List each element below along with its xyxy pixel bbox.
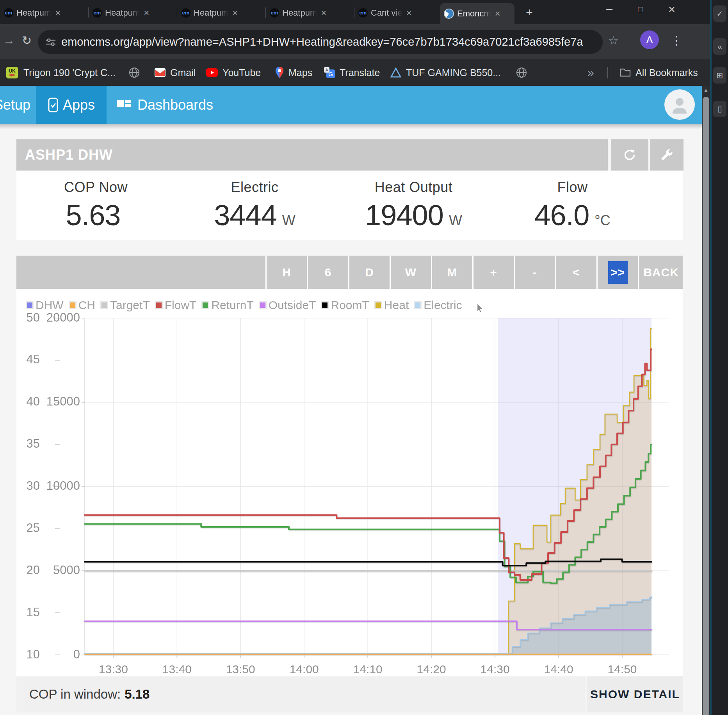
nav-dashboards[interactable]: Dashboards	[117, 86, 213, 124]
timebar-button-zoom-out[interactable]: -	[514, 256, 555, 289]
tab-close-icon[interactable]: ×	[144, 7, 149, 18]
legend-swatch	[155, 301, 163, 309]
legend-item-outsidet[interactable]: OutsideT	[259, 299, 316, 312]
side-check-icon[interactable]: ✓	[713, 5, 726, 22]
timebar-button-zoom-in[interactable]: +	[472, 256, 514, 289]
browser-tab[interactable]: em Cant vie ×	[354, 4, 440, 22]
stat-cop-now: COP Now 5.63	[16, 171, 175, 240]
bookmark-label: Gmail	[170, 67, 196, 78]
legend-item-flowt[interactable]: FlowT	[155, 299, 197, 312]
all-bookmarks-button[interactable]: All Bookmarks	[620, 59, 698, 86]
tab-close-icon[interactable]: ×	[495, 8, 500, 19]
browser-tab[interactable]: em Heatpum ×	[0, 4, 89, 22]
tab-close-icon[interactable]: ×	[232, 7, 238, 18]
forward-icon[interactable]: →	[3, 34, 15, 47]
bookmark-label: All Bookmarks	[635, 67, 698, 78]
refresh-button[interactable]	[611, 139, 648, 171]
side-window-icon[interactable]: ▯	[713, 101, 726, 117]
legend-item-ch[interactable]: CH	[69, 299, 95, 312]
stat-label: Flow	[557, 179, 587, 196]
tab-close-icon[interactable]: ×	[321, 7, 326, 18]
browser-menu-icon[interactable]: ⋮	[671, 34, 682, 47]
tab-close-icon[interactable]: ×	[55, 7, 61, 18]
bookmark-item[interactable]: TUF GAMING B550...	[390, 59, 501, 86]
legend-item-roomt[interactable]: RoomT	[321, 299, 369, 312]
stat-value: 3444	[214, 199, 277, 232]
legend-item-returnt[interactable]: ReturnT	[201, 299, 253, 312]
screen: em Heatpum × em Heatpum × em Heatpum × e…	[0, 0, 728, 715]
bookmark-item[interactable]: YouTube	[206, 59, 261, 86]
bookmarks-bar: UKaps Trigon 190 'Crypt C... Gmail YouTu…	[0, 59, 710, 86]
bookmark-item[interactable]: Maps	[275, 59, 312, 86]
stat-label: Electric	[231, 179, 278, 196]
legend-item-electric[interactable]: Electric	[414, 299, 462, 312]
browser-toolbar: → ↻ emoncms.org/app/view?name=ASHP1+DHW+…	[0, 24, 710, 59]
timebar-button-month[interactable]: M	[431, 256, 472, 289]
bookmark-item[interactable]: Gmail	[155, 59, 196, 86]
apps-icon	[48, 98, 58, 112]
window-close-button[interactable]: ×	[660, 0, 683, 19]
legend-swatch	[100, 301, 108, 309]
address-bar[interactable]: emoncms.org/app/view?name=ASHP1+DHW+Heat…	[38, 30, 603, 54]
timeseries-chart-canvas[interactable]	[16, 289, 683, 676]
scrollbar-thumb[interactable]	[703, 97, 709, 715]
url-text[interactable]: emoncms.org/app/view?name=ASHP1+DHW+Heat…	[61, 36, 583, 48]
configure-button[interactable]	[650, 139, 684, 171]
reload-icon[interactable]: ↻	[22, 34, 32, 47]
browser-tab[interactable]: em Heatpum ×	[177, 4, 266, 22]
browser-tab[interactable]: em Heatpum ×	[266, 4, 354, 22]
user-avatar[interactable]	[664, 89, 695, 120]
stat-value: 5.63	[66, 199, 120, 232]
tab-close-icon[interactable]: ×	[406, 7, 412, 18]
person-icon	[671, 96, 688, 114]
bookmark-label: Maps	[288, 67, 312, 78]
time-control-bar: H 6 D W M + - < >> BACK	[16, 256, 683, 289]
timebar-button-6h[interactable]: 6	[307, 256, 348, 289]
timebar-button-back[interactable]: BACK	[638, 256, 683, 289]
timebar-button-hour[interactable]: H	[265, 256, 307, 289]
translate-icon: GA	[324, 67, 335, 78]
globe-icon	[129, 67, 140, 78]
legend-item-targett[interactable]: TargetT	[100, 299, 150, 312]
bookmarks-overflow-chevrons[interactable]: »	[587, 59, 594, 86]
window-minimize-button[interactable]: ─	[598, 0, 621, 19]
tab-title: Heatpum	[16, 8, 51, 18]
timebar-button-day[interactable]: D	[348, 256, 390, 289]
timebar-button-week[interactable]: W	[390, 256, 431, 289]
bookmark-item[interactable]	[516, 59, 527, 86]
new-tab-button[interactable]: +	[522, 5, 536, 20]
window-maximize-button[interactable]: □	[629, 0, 652, 19]
nav-setup[interactable]: Setup	[0, 86, 30, 124]
timebar-button-forward-arrow-active[interactable]: >>	[596, 256, 638, 289]
legend-item-heat[interactable]: Heat	[374, 299, 409, 312]
bookmark-item[interactable]	[129, 59, 140, 86]
app-title-bar: ASHP1 DHW	[16, 139, 608, 171]
legend-item-dhw[interactable]: DHW	[26, 299, 64, 312]
show-detail-button[interactable]: SHOW DETAIL	[587, 676, 683, 712]
nav-apps[interactable]: Apps	[36, 86, 107, 124]
active-button-highlight: >>	[608, 261, 628, 284]
timebar-button-back-arrow[interactable]: <	[555, 256, 596, 289]
side-grid-icon[interactable]: ⊞	[713, 67, 726, 84]
browser-tab-bar: em Heatpum × em Heatpum × em Heatpum × e…	[0, 0, 710, 24]
navbar-shadow	[0, 124, 702, 129]
bookmark-star-icon[interactable]: ☆	[608, 34, 619, 47]
bookmark-item[interactable]: UKaps Trigon 190 'Crypt C...	[6, 59, 116, 86]
chart-legend: DHW CH TargetT FlowT ReturnT OutsideT Ro…	[26, 299, 467, 312]
stat-unit: °C	[595, 212, 610, 229]
browser-profile-avatar[interactable]: A	[640, 30, 659, 49]
side-collapse-icon[interactable]: «	[713, 38, 726, 55]
folder-icon	[620, 68, 631, 77]
tab-title: Heatpum	[282, 8, 317, 18]
gmail-icon	[155, 68, 166, 77]
tab-title: Heatpum	[105, 8, 140, 18]
stat-electric: Electric 3444W	[175, 171, 334, 240]
browser-tab-active[interactable]: Emoncm ×	[440, 3, 514, 24]
site-settings-icon[interactable]	[46, 38, 56, 46]
mouse-cursor	[477, 304, 484, 312]
bookmark-item[interactable]: GA Translate	[324, 59, 380, 86]
browser-tab[interactable]: em Heatpum ×	[89, 4, 177, 22]
page-scrollbar[interactable]: ▲	[702, 86, 710, 715]
stat-label: Heat Output	[375, 179, 453, 196]
scrollbar-up-arrow-icon[interactable]: ▲	[702, 87, 710, 93]
